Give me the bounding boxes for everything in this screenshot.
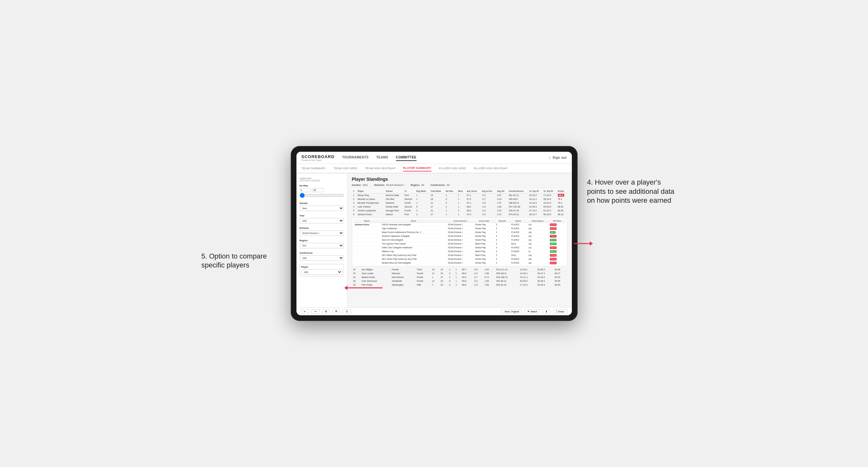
cell-record: 616-168-12: [495, 275, 519, 279]
ev-col-status: Status: [510, 219, 527, 223]
cell-conf-rank: 21: [429, 209, 445, 213]
ev-cell-w-points[interactable]: 24.11: [549, 242, 565, 246]
cell-points[interactable]: 88.2: [557, 193, 567, 197]
player-select[interactable]: (All): [301, 269, 342, 275]
conference-select[interactable]: (All): [300, 255, 344, 261]
table-header-row: # Player School Yr Reg Rank Conf Rank No…: [352, 189, 567, 193]
table-row[interactable]: 2 Michael La Sasso Ole Miss Second 1 18 …: [352, 197, 567, 201]
cell-points[interactable]: 60.02: [553, 275, 567, 279]
sub-nav-team-h2h-heatmap[interactable]: TEAM H2H HEATMAP: [365, 165, 396, 171]
redo-btn[interactable]: ↪: [311, 309, 319, 314]
year-select[interactable]: (All): [300, 218, 344, 223]
division-select[interactable]: NCAA Division I: [300, 230, 344, 236]
player-label: Player: [301, 266, 342, 269]
ev-cell-event: Southern Highlands Collegiate: [381, 234, 447, 238]
col-conf-rank: Conf Rank: [429, 189, 445, 193]
ev-col-rounds: Rounds: [495, 219, 510, 223]
time-btn[interactable]: ⏱: [343, 309, 351, 314]
event-row: Williams Cup NCAA Division I Match Play …: [353, 250, 566, 253]
table-row[interactable]: 4 Luke Clanton Florida State Second 5 27…: [352, 205, 567, 209]
cell-player: Cole Sherwood: [360, 279, 391, 283]
cell-wins: 1: [454, 283, 461, 287]
share-btn[interactable]: ⤴ Share: [553, 309, 567, 314]
no-rds-slider[interactable]: [300, 193, 344, 198]
gender-select[interactable]: Men Women: [300, 206, 344, 211]
cell-vs25: 24-35-3: [528, 205, 542, 209]
ev-cell-w-points[interactable]: 30.47: [549, 250, 565, 253]
ev-cell-w-points[interactable]: 57.57: [549, 238, 565, 242]
panel-title: Player Standings: [352, 177, 567, 182]
region-select[interactable]: N/A: [300, 243, 344, 248]
ev-cell-division: NCAA Division I: [446, 234, 474, 238]
cell-points[interactable]: 88.94: [557, 205, 567, 209]
ev-cell-w-points[interactable]: 46.7: [549, 230, 565, 234]
table-row[interactable]: 23 Jack Lundin Missouri Fourth 11 24 0 1…: [352, 272, 567, 275]
sign-out-btn[interactable]: Sign out: [553, 155, 567, 161]
cell-conf-rank: 27: [429, 205, 445, 209]
sub-nav-player-h2h-grid[interactable]: PLAYER H2H GRID: [439, 165, 466, 171]
table-row[interactable]: 6 Jackson Koivu Auburn First 2 27 1 1 67…: [352, 213, 567, 216]
ev-cell-w-points[interactable]: 53.60: [549, 227, 565, 230]
cell-points[interactable]: 78.2: [557, 201, 567, 205]
settings-btn[interactable]: ⚙: [322, 309, 330, 314]
cell-player: Luke Clanton: [356, 205, 384, 209]
cell-conf-rank: 27: [439, 275, 448, 279]
sidebar-conference: Conference (All): [300, 251, 344, 261]
table-row[interactable]: 5 Christo Lamprecht Georgia Tech Fourth …: [352, 209, 567, 213]
table-row[interactable]: 25 Cole Sherwood Vanderbilt Fourth 12 23…: [352, 279, 567, 283]
ev-cell-event: Mirabel Maui Jim Intercollegiate: [381, 261, 447, 265]
ev-cell-type: Match Play: [474, 253, 495, 257]
ev-cell-player: [353, 238, 381, 242]
cell-conf-rank: 24: [439, 268, 448, 272]
col-vs50: Vs Top 50: [542, 189, 557, 193]
sub-nav-team-summary[interactable]: TEAM SUMMARY: [302, 165, 326, 171]
annotation-left: 5. Option to compare specific players: [202, 252, 281, 270]
nav-tournaments[interactable]: TOURNAMENTS: [342, 154, 369, 161]
ev-cell-rounds: 3: [495, 257, 510, 261]
cell-points[interactable]: 76.2: [557, 197, 567, 201]
table-row[interactable]: 1 Wenyi Ding Arizona State First 1 15 1 …: [352, 193, 567, 197]
ev-cell-rounds: 3: [495, 261, 510, 265]
table-row[interactable]: 22 Ian Gilligan Florida Third 10 24 1 1 …: [352, 268, 567, 272]
ev-cell-player: [353, 261, 381, 265]
table-row[interactable]: 3 Michael Thorbjornsen Stanford Fourth 1…: [352, 201, 567, 205]
ev-cell-w-points[interactable]: 66.40: [549, 261, 565, 265]
cell-vs50: 65-54-6: [542, 205, 557, 209]
ev-cell-w-points[interactable]: 69.50: [549, 246, 565, 250]
cell-points[interactable]: 59.95: [553, 279, 567, 283]
view-original-btn[interactable]: View: Original: [501, 309, 522, 314]
ev-cell-event: The Cypress Point Classic: [381, 242, 447, 246]
cell-points[interactable]: 80.89: [557, 209, 567, 213]
cell-points[interactable]: 60.68: [553, 268, 567, 272]
cell-player: Michael Thorbjornsen: [356, 201, 384, 205]
copy-btn[interactable]: ⧉: [333, 309, 340, 314]
cell-vs50: 35-16-4: [542, 197, 557, 201]
cell-vs25: 14-20-1: [519, 272, 536, 275]
cell-school: Florida: [391, 268, 415, 272]
ev-cell-rank-impact: +0: [527, 230, 549, 234]
no-rds-min-input[interactable]: [300, 188, 311, 192]
cell-points[interactable]: 60.27: [553, 272, 567, 275]
undo-btn[interactable]: ↩: [301, 309, 309, 314]
cell-wins: 1: [457, 197, 466, 201]
ev-cell-w-points[interactable]: 60.64: [549, 223, 565, 227]
watch-btn[interactable]: 👁 Watch: [524, 309, 540, 314]
ev-cell-rank-impact: +0: [527, 253, 549, 257]
nav-committee[interactable]: COMMITTEE: [396, 154, 416, 161]
ev-cell-rank-impact: 1: [527, 250, 549, 253]
ev-cell-w-points[interactable]: 73.25: [549, 234, 565, 238]
nav-teams[interactable]: TEAMS: [376, 154, 389, 161]
ev-cell-w-points[interactable]: 25.98: [549, 253, 565, 257]
sub-nav-player-h2h-heatmap[interactable]: PLAYER H2H HEATMAP: [474, 165, 507, 171]
table-row[interactable]: 24 Bastien Amat New Mexico Fourth 1 27 2…: [352, 275, 567, 279]
cell-school: Missouri: [391, 272, 415, 275]
cell-num: 24: [352, 275, 361, 279]
sub-nav-player-summary[interactable]: PLAYER SUMMARY: [403, 165, 432, 172]
sub-nav-team-h2h-grid[interactable]: TEAM H2H GRID: [334, 165, 357, 171]
table-row[interactable]: 26 Petr Hruby Washington Fifth 7 23 0 1 …: [352, 283, 567, 287]
ev-cell-w-points[interactable]: 56.38: [549, 257, 565, 261]
cell-points[interactable]: 58.49: [553, 283, 567, 287]
download-btn[interactable]: ⬇: [542, 309, 551, 314]
cell-points[interactable]: 68.18: [557, 213, 567, 216]
no-rds-max-input[interactable]: [312, 188, 324, 192]
